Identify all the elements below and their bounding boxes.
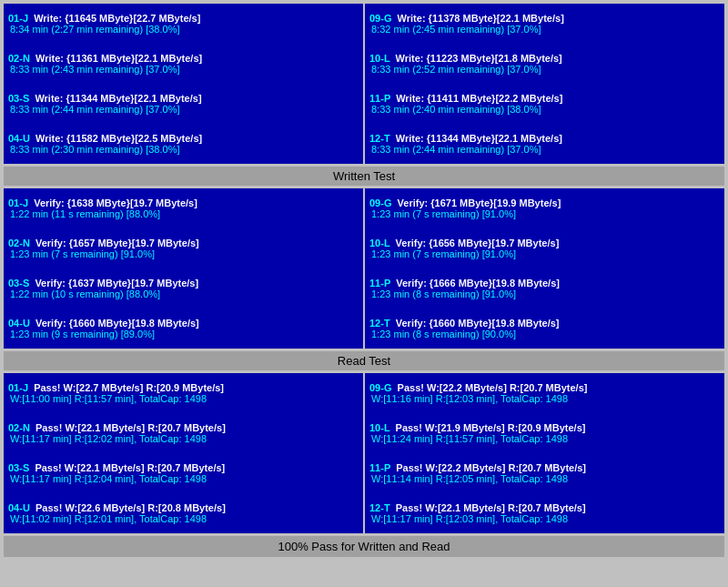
verify-dev-09g: 09-G: [369, 197, 391, 208]
verify-row-3: 03-S Verify: {1637 MByte}[19.7 MByte/s] …: [4, 268, 724, 309]
verify-cell-12t: 12-T Verify: {1660 MByte}[19.8 MByte/s] …: [365, 309, 724, 349]
verify-cell-04u: 04-U Verify: {1660 MByte}[19.8 MByte/s] …: [4, 309, 363, 349]
write-cell-02n: 02-N Write: {11361 MByte}[22.1 MByte/s] …: [4, 44, 363, 84]
read-test-divider: Read Test: [4, 351, 724, 370]
verify-cell-09g: 09-G Verify: {1671 MByte}[19.9 MByte/s] …: [365, 188, 724, 228]
read-cell-09g: 09-G Pass! W:[22.2 MByte/s] R:[20.7 MByt…: [365, 373, 724, 413]
verify-cell-03s: 03-S Verify: {1637 MByte}[19.7 MByte/s] …: [4, 268, 363, 309]
verify-cell-02n: 02-N Verify: {1657 MByte}[19.7 MByte/s] …: [4, 228, 363, 268]
write-cell-09g: 09-G Write: {11378 MByte}[22.1 MByte/s] …: [365, 4, 724, 44]
write-row-1: 01-J Write: {11645 MByte}[22.7 MByte/s] …: [4, 4, 724, 44]
verify-dev-11p: 11-P: [369, 278, 390, 288]
write-cell-12t: 12-T Write: {11344 MByte}[22.1 MByte/s] …: [365, 124, 724, 164]
write-cell-03s: 03-S Write: {11344 MByte}[22.1 MByte/s] …: [4, 84, 363, 124]
written-test-divider: Written Test: [4, 167, 724, 186]
read-dev-03s: 03-S: [8, 462, 29, 473]
verify-dev-10l: 10-L: [369, 238, 389, 248]
dev-id-01j: 01-J: [8, 13, 28, 24]
verify-cell-11p: 11-P Verify: {1666 MByte}[19.8 MByte/s] …: [365, 268, 724, 309]
dev-id-03s: 03-S: [8, 93, 29, 104]
final-status: 100% Pass for Written and Read: [4, 536, 724, 557]
dev-id-10l: 10-L: [369, 53, 389, 64]
verify-section: 01-J Verify: {1638 MByte}[19.7 MByte/s] …: [4, 188, 724, 349]
verify-dev-02n: 02-N: [8, 238, 30, 248]
read-dev-12t: 12-T: [369, 502, 390, 513]
read-section: 01-J Pass! W:[22.7 MByte/s] R:[20.9 MByt…: [4, 373, 724, 533]
read-row-4: 04-U Pass! W:[22.6 MByte/s] R:[20.8 MByt…: [4, 493, 724, 533]
verify-dev-12t: 12-T: [369, 318, 390, 329]
verify-cell-01j: 01-J Verify: {1638 MByte}[19.7 MByte/s] …: [4, 188, 363, 228]
read-row-2: 02-N Pass! W:[22.1 MByte/s] R:[20.7 MByt…: [4, 413, 724, 453]
write-cell-10l: 10-L Write: {11223 MByte}[21.8 MByte/s] …: [365, 44, 724, 84]
dev-id-09g: 09-G: [369, 13, 391, 24]
read-cell-10l: 10-L Pass! W:[21.9 MByte/s] R:[20.9 MByt…: [365, 413, 724, 453]
read-dev-11p: 11-P: [369, 462, 390, 473]
read-row-1: 01-J Pass! W:[22.7 MByte/s] R:[20.9 MByt…: [4, 373, 724, 413]
write-cell-11p: 11-P Write: {11411 MByte}[22.2 MByte/s] …: [365, 84, 724, 124]
read-dev-10l: 10-L: [369, 422, 389, 433]
verify-row-1: 01-J Verify: {1638 MByte}[19.7 MByte/s] …: [4, 188, 724, 228]
read-cell-03s: 03-S Pass! W:[22.1 MByte/s] R:[20.7 MByt…: [4, 453, 363, 493]
read-cell-02n: 02-N Pass! W:[22.1 MByte/s] R:[20.7 MByt…: [4, 413, 363, 453]
write-row-3: 03-S Write: {11344 MByte}[22.1 MByte/s] …: [4, 84, 724, 124]
read-dev-09g: 09-G: [369, 382, 391, 393]
read-row-3: 03-S Pass! W:[22.1 MByte/s] R:[20.7 MByt…: [4, 453, 724, 493]
dev-id-12t: 12-T: [369, 133, 390, 144]
write-cell-04u: 04-U Write: {11582 MByte}[22.5 MByte/s] …: [4, 124, 363, 164]
verify-cell-10l: 10-L Verify: {1656 MByte}[19.7 MByte/s] …: [365, 228, 724, 268]
dev-id-11p: 11-P: [369, 93, 390, 104]
write-row-4: 04-U Write: {11582 MByte}[22.5 MByte/s] …: [4, 124, 724, 164]
read-cell-11p: 11-P Pass! W:[22.2 MByte/s] R:[20.7 MByt…: [365, 453, 724, 493]
verify-dev-03s: 03-S: [8, 278, 29, 288]
dev-id-04u: 04-U: [8, 133, 30, 144]
verify-row-4: 04-U Verify: {1660 MByte}[19.8 MByte/s] …: [4, 309, 724, 349]
read-dev-04u: 04-U: [8, 502, 30, 513]
dev-id-02n: 02-N: [8, 53, 30, 64]
read-cell-01j: 01-J Pass! W:[22.7 MByte/s] R:[20.9 MByt…: [4, 373, 363, 413]
write-section: 01-J Write: {11645 MByte}[22.7 MByte/s] …: [4, 4, 724, 164]
read-cell-04u: 04-U Pass! W:[22.6 MByte/s] R:[20.8 MByt…: [4, 493, 363, 533]
main-container: 01-J Write: {11645 MByte}[22.7 MByte/s] …: [0, 0, 728, 561]
write-cell-01j: 01-J Write: {11645 MByte}[22.7 MByte/s] …: [4, 4, 363, 44]
read-dev-02n: 02-N: [8, 422, 30, 433]
verify-row-2: 02-N Verify: {1657 MByte}[19.7 MByte/s] …: [4, 228, 724, 268]
read-cell-12t: 12-T Pass! W:[22.1 MByte/s] R:[20.7 MByt…: [365, 493, 724, 533]
read-dev-01j: 01-J: [8, 382, 28, 393]
verify-dev-01j: 01-J: [8, 197, 28, 208]
verify-dev-04u: 04-U: [8, 318, 30, 329]
write-row-2: 02-N Write: {11361 MByte}[22.1 MByte/s] …: [4, 44, 724, 84]
